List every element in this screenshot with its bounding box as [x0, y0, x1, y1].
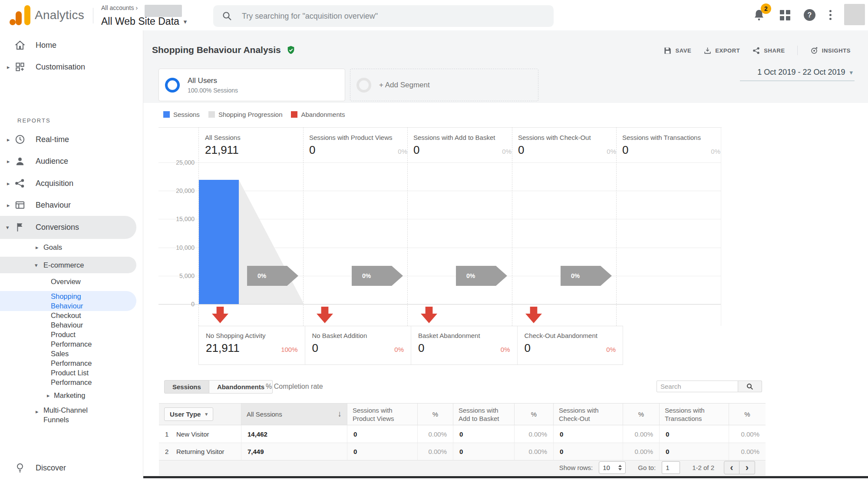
avatar[interactable]	[844, 4, 865, 25]
pagination-buttons: ‹ ›	[724, 461, 755, 474]
search-icon	[222, 11, 232, 21]
column-header-pct[interactable]: %	[729, 404, 766, 425]
y-tick: 0	[158, 301, 195, 308]
column-header-pct[interactable]: %	[623, 404, 659, 425]
date-range-selector[interactable]: 1 Oct 2019 - 22 Oct 2019 ▾	[740, 68, 855, 81]
stage-all-sessions: All Sessions 21,911	[205, 134, 303, 157]
analytics-logo-icon	[24, 5, 30, 25]
goto-page-input[interactable]	[662, 461, 680, 474]
add-segment-label: + Add Segment	[379, 81, 430, 89]
stat-basket-abandonment: Basket Abandonment 00%	[411, 326, 517, 364]
y-tick: 25,000	[158, 159, 195, 166]
property-selector[interactable]: All Web Site Data ▾	[101, 16, 187, 27]
export-button[interactable]: EXPORT	[703, 46, 740, 55]
segment-all-users[interactable]: All Users 100.00% Sessions	[158, 69, 345, 101]
sidebar-item-sales-performance[interactable]: Sales Performance	[51, 349, 107, 368]
sidebar-item-customisation[interactable]: ▸ Customisation	[0, 61, 143, 73]
sidebar-item-shopping-behaviour[interactable]: Shopping Behaviour	[51, 291, 107, 311]
sidebar-item-marketing[interactable]: ▸ Marketing	[0, 389, 143, 401]
chart-legend: Sessions Shopping Progression Abandonmen…	[163, 111, 345, 118]
column-divider	[303, 127, 304, 326]
help-icon[interactable]: ?	[804, 9, 815, 21]
sidebar-item-conversions[interactable]: ▾ Conversions	[0, 221, 143, 233]
y-tick: 20,000	[158, 187, 195, 194]
save-button[interactable]: SAVE	[663, 46, 691, 55]
data-table: User Type ▾ All Sessions ↓ Sessions with…	[159, 403, 766, 460]
stat-no-shopping-activity: No Shopping Activity 21,911100%	[198, 326, 305, 364]
sidebar-item-acquisition[interactable]: ▸ Acquisition	[0, 177, 143, 189]
column-header-pct[interactable]: %	[417, 404, 453, 425]
apps-grid-icon[interactable]	[780, 10, 790, 20]
date-range-text: 1 Oct 2019 - 22 Oct 2019	[757, 68, 845, 77]
cell-transactions-pct: 0.00%	[729, 425, 766, 443]
previous-page-button[interactable]: ‹	[724, 461, 739, 474]
sidebar-item-product-performance[interactable]: Product Performance	[51, 330, 107, 349]
chevron-down-icon: ▾	[184, 18, 187, 26]
lightbulb-icon	[14, 462, 26, 473]
sidebar-item-overview[interactable]: Overview	[51, 277, 81, 286]
column-header-add-basket[interactable]: Sessions with Add to Basket	[453, 404, 514, 425]
expand-arrow-icon: ▸	[7, 158, 10, 165]
show-rows-label: Show rows:	[559, 464, 593, 471]
sidebar-item-audience[interactable]: ▸ Audience	[0, 155, 143, 167]
tab-sessions[interactable]: Sessions	[164, 380, 209, 394]
table-search[interactable]: ×	[657, 381, 738, 392]
save-icon	[663, 46, 672, 55]
sidebar-item-discover[interactable]: Discover	[0, 462, 143, 474]
sidebar-item-home[interactable]: Home	[0, 39, 143, 51]
search-icon	[746, 383, 754, 391]
global-search-input[interactable]	[242, 12, 545, 21]
flag-icon	[14, 222, 26, 233]
sidebar-item-product-list-performance[interactable]: Product List Performance	[51, 368, 107, 387]
table-row-dimension: 2 Returning Visitor	[159, 443, 241, 460]
cell-add-basket-pct: 0.00%	[514, 425, 553, 443]
baseline	[158, 304, 721, 305]
cell-product-views: 0	[347, 443, 417, 460]
next-page-button[interactable]: ›	[739, 461, 755, 474]
y-tick: 15,000	[158, 215, 195, 222]
report-toolbar: SAVE EXPORT SHARE INSIGHTS	[663, 46, 851, 55]
y-tick: 5,000	[158, 272, 195, 279]
cell-product-views-pct: 0.00%	[417, 425, 453, 443]
table-search-input[interactable]	[660, 383, 747, 390]
table-tabs: Sessions Abandonments	[164, 380, 273, 394]
column-header-all-sessions[interactable]: All Sessions ↓	[241, 404, 347, 425]
add-segment-button[interactable]: + Add Segment	[350, 69, 538, 101]
cell-transactions: 0	[659, 425, 729, 443]
completion-rate-selector[interactable]: % Completion rate	[266, 383, 323, 391]
sidebar-item-ecommerce[interactable]: ▾ E-commerce	[0, 259, 143, 271]
more-vertical-icon[interactable]	[829, 10, 832, 20]
table-search-button[interactable]	[738, 381, 762, 392]
top-header: Analytics All accounts › All Web Site Da…	[0, 0, 868, 30]
sidebar-item-goals[interactable]: ▸ Goals	[0, 241, 143, 253]
page-title-row: Shopping Behaviour Analysis	[152, 45, 296, 55]
expand-arrow-icon: ▸	[36, 244, 39, 251]
cell-checkout: 0	[553, 443, 623, 460]
sidebar-item-behaviour[interactable]: ▸ Behaviour	[0, 199, 143, 211]
stage-product-views: Sessions with Product Views 00%	[309, 134, 407, 157]
breadcrumb[interactable]: All accounts ›	[101, 4, 138, 11]
analytics-logo-icon	[10, 19, 16, 25]
legend-swatch-blue	[163, 111, 170, 118]
sidebar-item-checkout-behaviour[interactable]: Checkout Behaviour	[51, 311, 107, 330]
share-button[interactable]: SHARE	[752, 46, 785, 55]
column-header-product-views[interactable]: Sessions with Product Views	[347, 404, 417, 425]
cell-checkout: 0	[553, 425, 623, 443]
stat-check-out-abandonment: Check-Out Abandonment 00%	[517, 326, 624, 364]
sidebar-item-realtime[interactable]: ▸ Real-time	[0, 133, 143, 146]
tab-abandonments[interactable]: Abandonments	[209, 380, 273, 394]
column-header-transactions[interactable]: Sessions with Transactions	[659, 404, 729, 425]
sidebar: Home ▸ Customisation REPORTS ▸ Real-time…	[0, 30, 143, 478]
expand-arrow-icon: ▸	[7, 64, 10, 70]
stage-transactions: Sessions with Transactions 00%	[622, 134, 720, 157]
spinner-icon	[618, 465, 622, 470]
cell-add-basket: 0	[453, 425, 514, 443]
breadcrumb-root: All accounts	[101, 4, 134, 11]
column-header-pct[interactable]: %	[514, 404, 553, 425]
global-search[interactable]	[213, 5, 554, 27]
insights-button[interactable]: INSIGHTS	[810, 46, 851, 55]
column-header-checkout[interactable]: Sessions with Check-Out	[553, 404, 623, 425]
dimension-selector-button[interactable]: User Type ▾	[164, 407, 213, 421]
expand-arrow-icon: ▸	[7, 180, 10, 187]
show-rows-select[interactable]: 10	[599, 461, 626, 474]
